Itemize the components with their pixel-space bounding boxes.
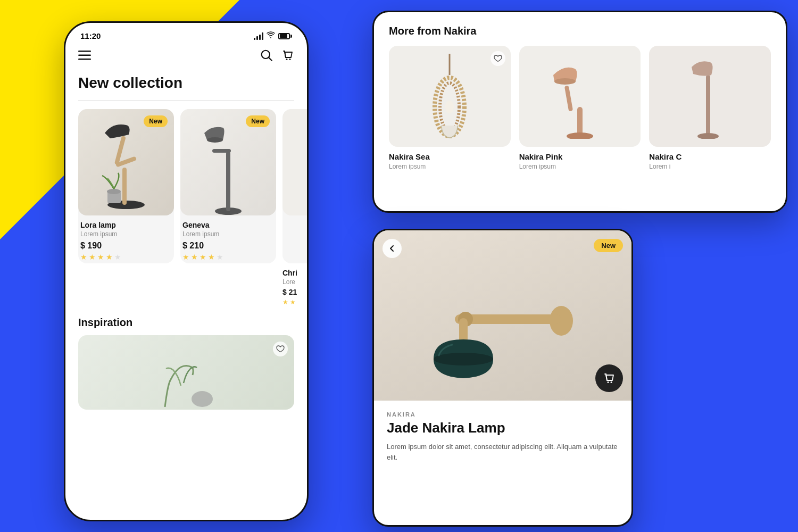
product-1-desc: Lorem ipsum — [80, 230, 172, 238]
phone-main: 11:20 — [64, 21, 309, 521]
product-3-stars: ★ ★ — [282, 298, 307, 306]
hamburger-icon[interactable] — [78, 49, 91, 64]
product-grid: New Lora lamp Lorem ipsum $ 190 ★ ★ ★ ★ … — [65, 109, 307, 263]
product-1-badge: New — [144, 115, 168, 127]
nakira-image-2 — [519, 46, 641, 147]
nakira-grid: Nakira Sea Lorem ipsum Nakira Pink — [374, 46, 786, 170]
product-1-name: Lora lamp — [80, 221, 172, 229]
collection-heading: New collection — [65, 70, 307, 100]
nakira-1-desc: Lorem ipsum — [389, 163, 511, 170]
nakira-2-name: Nakira Pink — [519, 152, 641, 161]
product-image-1: New — [78, 109, 174, 215]
inspiration-card[interactable] — [78, 335, 294, 410]
svg-point-32 — [434, 353, 493, 365]
wifi-icon — [267, 31, 275, 40]
status-bar: 11:20 — [65, 23, 307, 45]
svg-point-26 — [697, 133, 719, 139]
detail-content: NAKIRA Jade Nakira Lamp Lorem ipsum dolo… — [374, 401, 631, 473]
nakira-card-1[interactable]: Nakira Sea Lorem ipsum — [389, 46, 511, 170]
product-card-3 — [282, 109, 307, 263]
phone-nakira: More from Nakira — [372, 11, 787, 213]
product-3-desc: Lore — [282, 278, 307, 286]
nakira-3-desc: Lorem i — [649, 163, 771, 170]
nakira-image-3 — [649, 46, 771, 147]
product-1-price: $ 190 — [80, 241, 172, 251]
product-1-info: Lora lamp Lorem ipsum $ 190 ★ ★ ★ ★ ★ — [78, 215, 174, 263]
more-from-heading: More from Nakira — [374, 12, 786, 46]
status-icons — [254, 31, 292, 40]
spacer-1 — [78, 269, 174, 306]
detail-description: Lorem ipsum dolor sit amet, consectetur … — [387, 442, 619, 462]
product-3-price: $ 21 — [282, 288, 307, 296]
inspiration-heart-icon[interactable] — [273, 342, 288, 356]
nav-icons — [260, 49, 294, 64]
nav-bar — [65, 45, 307, 70]
svg-point-4 — [286, 59, 288, 60]
status-time: 11:20 — [80, 31, 101, 40]
svg-rect-7 — [122, 168, 127, 205]
detail-image: New — [374, 230, 631, 401]
svg-point-15 — [207, 137, 223, 143]
spacer-2 — [180, 269, 276, 306]
battery-icon — [278, 33, 292, 39]
svg-rect-21 — [577, 107, 583, 136]
nakira-image-1 — [389, 46, 511, 147]
back-button[interactable] — [383, 239, 402, 258]
product-image-2: New — [180, 109, 276, 215]
product-info-row: Chri Lore $ 21 ★ ★ — [65, 263, 307, 306]
cart-icon[interactable] — [281, 49, 294, 64]
product-2-badge: New — [246, 115, 270, 127]
product-2-name: Geneva — [182, 221, 274, 229]
svg-point-11 — [107, 189, 121, 194]
svg-rect-25 — [706, 75, 710, 136]
svg-point-16 — [192, 391, 213, 407]
svg-rect-2 — [78, 59, 91, 60]
nakira-1-heart-icon[interactable] — [491, 51, 505, 66]
nakira-card-3: Nakira C Lorem i — [649, 46, 771, 170]
svg-point-5 — [289, 59, 291, 60]
nakira-card-2[interactable]: Nakira Pink Lorem ipsum — [519, 46, 641, 170]
phone-detail: New — [372, 229, 633, 527]
svg-point-22 — [567, 132, 593, 139]
svg-point-33 — [608, 381, 609, 383]
product-card-2[interactable]: New Geneva Lorem ipsum $ 210 ★ ★ ★ ★ ★ — [180, 109, 276, 263]
search-icon[interactable] — [260, 49, 273, 64]
svg-rect-23 — [564, 86, 573, 112]
product-2-stars: ★ ★ ★ ★ ★ — [182, 253, 274, 261]
product-2-info: Geneva Lorem ipsum $ 210 ★ ★ ★ ★ ★ — [180, 215, 276, 263]
svg-point-24 — [554, 78, 576, 85]
svg-rect-13 — [226, 152, 230, 211]
product-card-1[interactable]: New Lora lamp Lorem ipsum $ 190 ★ ★ ★ ★ … — [78, 109, 174, 263]
svg-rect-14 — [212, 149, 231, 153]
detail-new-badge: New — [594, 239, 623, 252]
inspiration-section: Inspiration — [65, 306, 307, 416]
svg-point-20 — [445, 101, 454, 113]
nakira-3-name: Nakira C — [649, 152, 771, 161]
detail-title: Jade Nakira Lamp — [387, 420, 619, 436]
product-2-price: $ 210 — [182, 241, 274, 251]
product-1-stars: ★ ★ ★ ★ ★ — [80, 253, 172, 261]
svg-rect-1 — [78, 55, 91, 56]
nakira-1-name: Nakira Sea — [389, 152, 511, 161]
divider — [78, 100, 294, 101]
product-3-partial: Chri Lore $ 21 ★ ★ — [282, 269, 307, 306]
svg-rect-0 — [78, 51, 91, 52]
nakira-2-desc: Lorem ipsum — [519, 163, 641, 170]
brand-label: NAKIRA — [387, 411, 619, 418]
svg-point-34 — [611, 381, 612, 383]
inspiration-title: Inspiration — [78, 317, 294, 329]
signal-icon — [254, 32, 263, 40]
detail-cart-fab[interactable] — [595, 364, 623, 392]
product-2-desc: Lorem ipsum — [182, 230, 274, 238]
product-3-name: Chri — [282, 269, 307, 277]
